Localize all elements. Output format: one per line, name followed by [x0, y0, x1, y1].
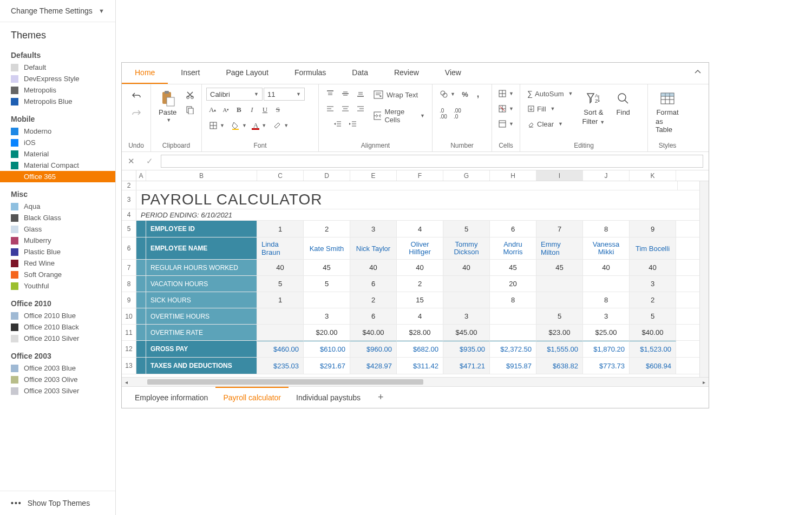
theme-item[interactable]: Office 2003 Blue — [0, 362, 115, 374]
cell[interactable]: Emmy Milton — [536, 237, 583, 259]
cell[interactable] — [536, 276, 583, 292]
align-middle-button[interactable] — [338, 88, 352, 100]
percent-button[interactable]: % — [459, 88, 471, 100]
cell[interactable]: 20 — [490, 276, 536, 292]
align-right-button[interactable] — [353, 103, 368, 115]
strike-button[interactable]: S — [272, 104, 284, 116]
align-left-button[interactable] — [323, 103, 337, 115]
sort-filter-button[interactable]: AZ Sort & Filter▼ — [579, 88, 608, 128]
ribbon-tab[interactable]: Page Layout — [213, 63, 281, 84]
cell[interactable]: 4 — [397, 308, 443, 324]
cell[interactable]: 2 — [304, 221, 350, 237]
theme-item[interactable]: Black Glass — [0, 212, 115, 223]
cell[interactable]: 45 — [490, 260, 536, 275]
cell[interactable]: $773.73 — [583, 358, 630, 374]
cell[interactable] — [490, 325, 536, 340]
cell[interactable]: 2 — [350, 292, 397, 308]
theme-item[interactable]: Glass — [0, 223, 115, 235]
cell[interactable] — [443, 292, 490, 308]
cell[interactable]: $23.00 — [536, 325, 583, 340]
align-center-button[interactable] — [338, 103, 352, 115]
column-header[interactable]: G — [443, 170, 490, 181]
cell[interactable]: $45.00 — [443, 325, 490, 340]
format-cells-button[interactable]: ▼ — [495, 118, 516, 130]
column-header[interactable]: C — [257, 170, 304, 181]
cell[interactable]: 3 — [443, 308, 490, 324]
cell[interactable]: SICK HOURS — [146, 292, 257, 308]
clear-button[interactable]: Clear▼ — [525, 118, 566, 130]
cell[interactable]: OVERTIME RATE — [146, 325, 257, 340]
underline-button[interactable]: U — [259, 104, 271, 116]
cell[interactable]: PAYROLL CALCULATOR — [136, 190, 678, 209]
cell[interactable]: 40 — [443, 260, 490, 275]
row-header[interactable]: 6 — [122, 237, 136, 259]
cell[interactable]: $638.82 — [536, 358, 583, 374]
theme-item[interactable]: Office 2010 Blue — [0, 310, 115, 321]
decrease-indent-button[interactable] — [331, 118, 345, 130]
cell[interactable]: $28.00 — [397, 325, 443, 340]
row-header[interactable]: 8 — [122, 276, 136, 292]
bold-button[interactable]: B — [233, 104, 245, 116]
column-header[interactable]: J — [583, 170, 630, 181]
cell[interactable]: EMPLOYEE ID — [146, 221, 257, 237]
vertical-scrollbar[interactable] — [699, 181, 709, 377]
borders-button[interactable]: ▼ — [206, 120, 227, 131]
theme-item[interactable]: iOS — [0, 137, 115, 148]
cell[interactable]: $40.00 — [350, 325, 397, 340]
cell[interactable]: $915.87 — [490, 358, 536, 374]
row-header[interactable]: 12 — [122, 341, 136, 357]
cell[interactable] — [136, 341, 146, 357]
cell[interactable]: 5 — [536, 308, 583, 324]
cell[interactable]: $460.00 — [257, 341, 304, 357]
row-header[interactable]: 4 — [122, 209, 136, 220]
cell[interactable]: 40 — [397, 260, 443, 275]
cell[interactable]: $960.00 — [350, 341, 397, 357]
font-name-select[interactable]: Calibri▼ — [206, 88, 263, 101]
cell[interactable] — [304, 292, 350, 308]
cell[interactable]: Linda Braun — [257, 237, 304, 259]
cell[interactable]: AndruMorris — [490, 237, 536, 259]
font-color-button[interactable]: A▼ — [251, 119, 269, 132]
cell[interactable]: $682.00 — [397, 341, 443, 357]
cell[interactable]: 9 — [630, 221, 676, 237]
cell[interactable]: 8 — [490, 292, 536, 308]
cell[interactable]: 7 — [536, 221, 583, 237]
cell[interactable]: 40 — [583, 260, 630, 275]
align-bottom-button[interactable] — [353, 88, 368, 100]
cell[interactable] — [443, 276, 490, 292]
cell[interactable]: 45 — [304, 260, 350, 275]
cell[interactable]: 6 — [350, 308, 397, 324]
cell[interactable]: GROSS PAY — [146, 341, 257, 357]
cell[interactable] — [583, 276, 630, 292]
cell[interactable]: 40 — [257, 260, 304, 275]
column-header[interactable]: A — [136, 170, 146, 181]
cell[interactable] — [136, 276, 146, 292]
cell[interactable]: 3 — [350, 221, 397, 237]
theme-item[interactable]: Material Compact — [0, 160, 115, 171]
cell[interactable]: 2 — [397, 276, 443, 292]
column-header[interactable]: F — [397, 170, 443, 181]
scroll-left-icon[interactable]: ◂ — [122, 379, 131, 385]
cancel-formula-icon[interactable]: ✕ — [122, 156, 140, 166]
cell[interactable]: $1,870.20 — [583, 341, 630, 357]
ribbon-tab[interactable]: Insert — [168, 63, 213, 84]
cell[interactable]: $1,555.00 — [536, 341, 583, 357]
increase-decimal-button[interactable]: .0.00 — [437, 106, 450, 121]
cell[interactable]: 3 — [304, 308, 350, 324]
theme-item[interactable]: Office 2003 Silver — [0, 385, 115, 397]
insert-cells-button[interactable]: ▼ — [495, 88, 516, 100]
add-sheet-button[interactable]: + — [370, 387, 391, 407]
cell[interactable]: Tim Bocelli — [630, 237, 676, 259]
highlight-button[interactable]: ▼ — [270, 120, 291, 131]
theme-item[interactable]: Mulberry — [0, 235, 115, 246]
collapse-ribbon-icon[interactable] — [687, 63, 709, 84]
align-top-button[interactable] — [323, 88, 337, 100]
decrease-decimal-button[interactable]: .00.0 — [451, 106, 464, 121]
cell[interactable]: 40 — [350, 260, 397, 275]
column-header[interactable]: K — [630, 170, 676, 181]
increase-font-button[interactable]: A▴ — [206, 104, 219, 116]
delete-cells-button[interactable]: ▼ — [495, 103, 516, 115]
find-button[interactable]: Find — [611, 88, 635, 118]
cell[interactable]: Kate Smith — [304, 237, 350, 259]
cell[interactable]: $935.00 — [443, 341, 490, 357]
